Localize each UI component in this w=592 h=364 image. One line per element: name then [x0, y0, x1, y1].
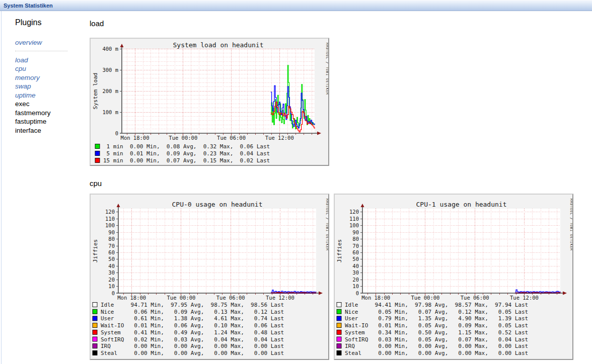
sidebar-item-overview[interactable]: overview	[15, 38, 88, 47]
svg-text:60: 60	[352, 249, 359, 255]
svg-text:120: 120	[105, 209, 115, 215]
legend: 1 min 0.00 Min, 0.08 Avg, 0.32 Max, 0.06…	[95, 143, 270, 164]
sidebar: Plugins overviewloadcpumemoryswapuptimee…	[15, 18, 88, 135]
legend-row-system: System 0.41 Min, 0.49 Avg, 1.24 Max, 0.4…	[101, 329, 284, 336]
svg-text:90: 90	[352, 229, 359, 235]
chart-title: System load on headunit	[173, 41, 263, 49]
svg-text:Mon 18:00: Mon 18:00	[117, 295, 146, 301]
svg-text:10: 10	[108, 283, 115, 289]
chart-title: CPU-1 usage on headunit	[416, 201, 506, 208]
legend-row-irq: IRQ 0.00 Min, 0.00 Avg, 0.00 Max, 0.00 L…	[101, 343, 284, 349]
svg-text:10: 10	[352, 283, 359, 289]
legend-row-steal: Steal 0.00 Min, 0.00 Avg, 0.00 Max, 0.00…	[345, 350, 528, 356]
sidebar-heading: Plugins	[15, 18, 88, 27]
svg-text:Tue 06:00: Tue 06:00	[216, 295, 245, 301]
svg-text:30: 30	[352, 269, 359, 276]
legend-row-softirq: SoftIRQ 0.03 Min, 0.05 Avg, 0.07 Max, 0.…	[345, 336, 528, 343]
sidebar-item-uptime[interactable]: uptime	[15, 91, 88, 100]
legend-swatch-softirq	[93, 337, 97, 341]
svg-text:200 m: 200 m	[102, 88, 118, 94]
sidebar-item-swap[interactable]: swap	[15, 82, 88, 91]
svg-text:Tue 12:00: Tue 12:00	[266, 295, 294, 301]
legend-row-wait-io: Wait-IO 0.01 Min, 0.06 Avg, 0.10 Max, 0.…	[101, 322, 284, 329]
rrdtool-watermark: RRDTOOL / TOBI OETIKER	[325, 199, 328, 251]
svg-text:Tue 00:00: Tue 00:00	[411, 295, 440, 301]
legend-swatch-wait-io	[337, 323, 341, 328]
cpu-0-headunit-graph: CPU-0 usage on headunitJiffiesRRDTOOL / …	[90, 194, 329, 360]
legend-row-1 min: 1 min 0.00 Min, 0.08 Avg, 0.32 Max, 0.06…	[103, 143, 270, 150]
rrdtool-watermark: RRDTOOL / TOBI OETIKER	[325, 43, 328, 95]
svg-text:20: 20	[108, 277, 115, 283]
legend-swatch-system	[93, 330, 97, 334]
svg-text:30: 30	[108, 269, 115, 276]
legend: Idle 94.41 Min, 97.98 Avg, 98.57 Max, 97…	[337, 302, 528, 356]
svg-text:0: 0	[356, 290, 359, 296]
sidebar-divider	[15, 51, 67, 51]
legend-swatch-5 min	[95, 151, 100, 156]
section-heading-cpu: cpu	[90, 179, 102, 188]
legend-swatch-steal	[93, 350, 97, 355]
legend-swatch-nice	[337, 309, 341, 314]
svg-text:Mon 18:00: Mon 18:00	[361, 295, 390, 301]
legend-swatch-system	[337, 330, 341, 334]
svg-text:Tue 12:00: Tue 12:00	[510, 295, 539, 301]
legend-row-nice: Nice 0.05 Min, 0.07 Avg, 0.12 Max, 0.05 …	[345, 309, 528, 315]
sidebar-item-load[interactable]: load	[15, 56, 88, 65]
svg-text:50: 50	[108, 256, 115, 262]
svg-text:0: 0	[112, 290, 115, 296]
legend-row-nice: Nice 0.06 Min, 0.09 Avg, 0.13 Max, 0.12 …	[101, 309, 284, 315]
legend-swatch-idle	[337, 303, 341, 307]
legend-swatch-irq	[337, 344, 341, 348]
legend-row-steal: Steal 0.00 Min, 0.00 Avg, 0.00 Max, 0.00…	[101, 350, 284, 356]
svg-text:Tue 06:00: Tue 06:00	[461, 295, 489, 301]
cpu-0-headunit-graph-image: CPU-0 usage on headunitJiffiesRRDTOOL / …	[91, 195, 328, 359]
sidebar-item-memory[interactable]: memory	[15, 73, 88, 82]
svg-text:50: 50	[352, 256, 359, 262]
cpu-1-headunit-graph: CPU-1 usage on headunitJiffiesRRDTOOL / …	[334, 194, 573, 360]
svg-text:80: 80	[352, 236, 359, 242]
section-heading-load: load	[90, 19, 104, 28]
legend-swatch-irq	[93, 344, 97, 348]
svg-text:Tue 06:00: Tue 06:00	[217, 135, 246, 141]
svg-text:100: 100	[349, 222, 359, 228]
sidebar-item-fastuptime: fastuptime	[15, 117, 88, 126]
svg-text:Tue 00:00: Tue 00:00	[169, 135, 197, 141]
legend-swatch-wait-io	[93, 323, 97, 328]
legend-row-system: System 0.34 Min, 0.50 Avg, 1.15 Max, 0.5…	[345, 329, 528, 336]
load-headunit-graph: System load on headunitSystem loadRRDTOO…	[90, 38, 329, 166]
legend-row-wait-io: Wait-IO 0.01 Min, 0.05 Avg, 0.09 Max, 0.…	[345, 322, 528, 329]
legend-row-5 min: 5 min 0.01 Min, 0.09 Avg, 0.23 Max, 0.04…	[103, 150, 270, 157]
legend-swatch-steal	[337, 350, 341, 355]
sidebar-item-exec: exec	[15, 100, 88, 109]
svg-text:20: 20	[352, 277, 359, 283]
svg-text:70: 70	[108, 243, 115, 249]
svg-text:120: 120	[349, 209, 359, 215]
legend-swatch-nice	[93, 309, 97, 314]
legend-row-idle: Idle 94.71 Min, 97.95 Avg, 98.75 Max, 98…	[101, 302, 284, 308]
legend-row-idle: Idle 94.41 Min, 97.98 Avg, 98.57 Max, 97…	[345, 302, 528, 308]
svg-text:40: 40	[108, 263, 115, 269]
legend-swatch-idle	[93, 303, 97, 307]
legend-swatch-user	[337, 316, 341, 321]
legend-row-irq: IRQ 0.00 Min, 0.00 Avg, 0.00 Max, 0.00 L…	[345, 343, 528, 349]
plot-area	[362, 209, 560, 293]
cpu-1-headunit-graph-image: CPU-1 usage on headunitJiffiesRRDTOOL / …	[335, 195, 572, 359]
svg-text:300 m: 300 m	[102, 67, 118, 73]
svg-text:Mon 18:00: Mon 18:00	[121, 135, 150, 141]
legend-swatch-1 min	[95, 144, 100, 149]
sidebar-item-cpu[interactable]: cpu	[15, 64, 88, 73]
rrdtool-watermark: RRDTOOL / TOBI OETIKER	[569, 199, 572, 251]
svg-text:80: 80	[108, 236, 115, 242]
svg-text:100 m: 100 m	[102, 109, 118, 115]
svg-text:100: 100	[105, 222, 115, 228]
legend: Idle 94.71 Min, 97.95 Avg, 98.75 Max, 98…	[93, 302, 284, 356]
svg-text:110: 110	[105, 216, 115, 222]
legend-row-user: User 0.79 Min, 1.35 Avg, 4.90 Max, 1.39 …	[345, 315, 528, 322]
plugin-nav: overviewloadcpumemoryswapuptimeexecfastm…	[15, 38, 88, 135]
sidebar-item-fastmemory: fastmemory	[15, 109, 88, 118]
svg-text:Tue 12:00: Tue 12:00	[265, 135, 294, 141]
main-content: loadSystem load on headunitSystem loadRR…	[90, 0, 583, 364]
legend-row-15 min: 15 min 0.00 Min, 0.07 Avg, 0.15 Max, 0.0…	[103, 157, 270, 164]
svg-text:Tue 00:00: Tue 00:00	[167, 295, 196, 301]
svg-text:40: 40	[352, 263, 359, 269]
